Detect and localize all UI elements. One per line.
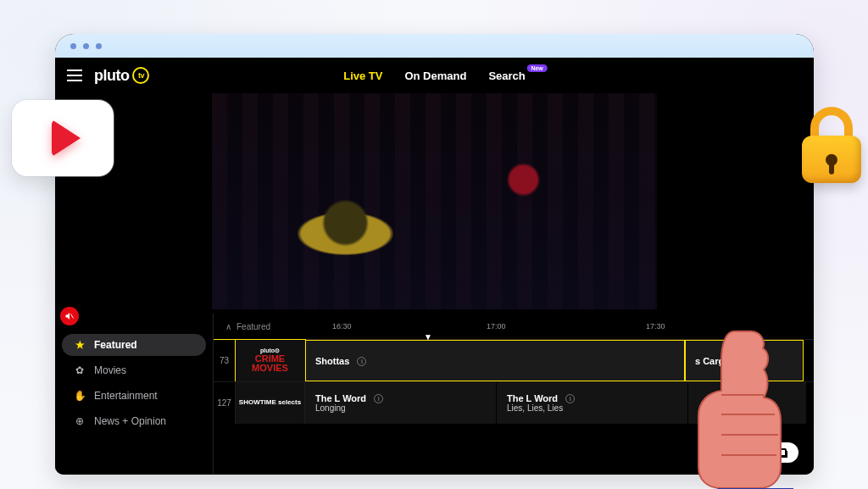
channel-logo[interactable]: pluto⊙ CRIME MOVIES (236, 340, 305, 381)
browser-titlebar (55, 34, 814, 58)
program-title: The L Word (315, 393, 366, 403)
timeline-caret-icon: ∧ (225, 322, 231, 331)
window-dot (83, 43, 89, 49)
nav-live-tv[interactable]: Live TV (343, 69, 382, 82)
star-icon: ★ (74, 339, 86, 351)
program-title: Shottas (315, 356, 349, 366)
sidebar-item-label: Movies (94, 364, 126, 376)
top-nav: Live TV On Demand Search New (343, 69, 526, 82)
program-title: The L Word (507, 393, 558, 403)
sidebar-item-news[interactable]: ⊕ News + Opinion (62, 410, 206, 432)
program-cell[interactable]: The L Word i Lies, Lies, Lies (497, 382, 688, 424)
timeline-time: 17:30 (646, 322, 665, 331)
clap-icon: ✋ (74, 390, 86, 402)
nav-on-demand[interactable]: On Demand (404, 69, 466, 82)
sidebar-item-entertainment[interactable]: ✋ Entertainment (62, 385, 206, 407)
sidebar-item-label: News + Opinion (94, 415, 166, 427)
program-subtitle: Longing (315, 403, 486, 413)
logo-tv-badge: tv (132, 67, 149, 84)
window-dot (96, 43, 102, 49)
sidebar-item-movies[interactable]: ✿ Movies (62, 359, 206, 381)
logo-text: pluto (94, 67, 129, 85)
video-player[interactable] (212, 93, 657, 309)
new-badge: New (526, 64, 547, 72)
info-icon[interactable]: i (357, 357, 366, 366)
program-subtitle: Lies, Lies, Lies (507, 403, 677, 413)
channel-logo[interactable]: SHOWTIME selects (236, 382, 305, 424)
sidebar-item-featured[interactable]: ★ Featured (62, 334, 206, 356)
timeline-time: 17:00 (487, 322, 506, 331)
program-cell[interactable]: Shottas i (305, 340, 685, 381)
topbar: pluto tv Live TV On Demand Search New (55, 58, 814, 93)
thumbs-up-decoration (675, 323, 793, 489)
info-icon[interactable]: i (374, 394, 383, 403)
sidebar-item-label: Entertainment (94, 390, 158, 402)
category-sidebar: ★ Featured ✿ Movies ✋ Entertainment ⊕ Ne… (55, 314, 213, 475)
channel-number: 73 (214, 340, 236, 381)
info-icon[interactable]: i (565, 394, 575, 403)
player-area (55, 93, 814, 314)
channel-number: 127 (214, 382, 236, 424)
sidebar-item-label: Featured (94, 339, 137, 351)
play-card-decoration (12, 100, 114, 176)
pluto-logo[interactable]: pluto tv (94, 67, 149, 85)
program-cell[interactable]: The L Word i Longing (305, 382, 497, 424)
menu-icon[interactable] (67, 69, 82, 81)
nav-search[interactable]: Search New (488, 69, 525, 82)
window-dot (70, 43, 76, 49)
globe-icon: ⊕ (74, 415, 86, 427)
lock-decoration (802, 107, 861, 183)
play-icon (52, 119, 81, 157)
timeline-category: Featured (236, 322, 270, 331)
reel-icon: ✿ (74, 364, 86, 376)
timeline-time: 16:30 (332, 322, 352, 331)
